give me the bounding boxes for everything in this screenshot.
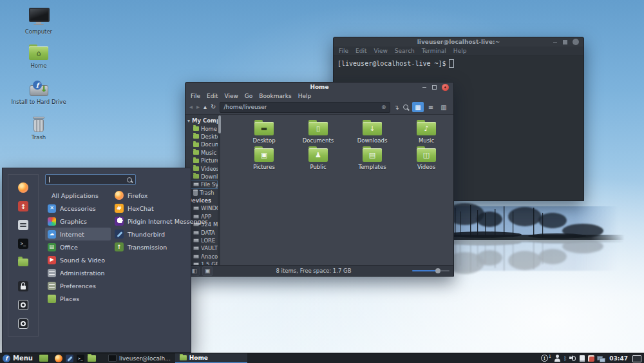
folder-item-pictures[interactable]: ▣Pictures — [237, 146, 291, 173]
settings-gear-icon[interactable] — [18, 300, 28, 310]
category-office[interactable]: ▤Office — [45, 240, 111, 253]
firefox-launcher-icon[interactable] — [55, 355, 62, 362]
taskbar-task-terminal[interactable]: liveuser@localh... — [104, 353, 175, 363]
category-places[interactable]: Places — [45, 292, 111, 305]
folder-item-desktop[interactable]: ▬Desktop — [237, 120, 291, 146]
bluetooth-icon[interactable]: ᛒ — [564, 355, 567, 362]
clock[interactable]: 03:47 — [609, 355, 628, 362]
settings-icon[interactable] — [18, 220, 28, 230]
clear-path-icon[interactable]: ⊗ — [381, 104, 386, 110]
back-icon[interactable]: ◂ — [189, 104, 193, 110]
menu-item-view[interactable]: View — [225, 93, 238, 99]
notification-icon[interactable]: ! — [541, 355, 548, 362]
chevron-down-icon[interactable]: ▾ — [187, 118, 190, 124]
category-graphics[interactable]: Graphics — [45, 215, 111, 228]
category-all-applications[interactable]: All Applications — [45, 189, 111, 202]
menu-item-terminal[interactable]: Terminal — [422, 48, 446, 54]
maximize-icon[interactable] — [431, 84, 437, 90]
menu-button[interactable]: Menu — [13, 355, 33, 362]
maximize-icon[interactable] — [562, 39, 568, 45]
accessories-icon: ✕ — [48, 204, 56, 213]
shutdown-gear-icon[interactable] — [18, 319, 28, 329]
category-accessories[interactable]: ✕Accessories — [45, 202, 111, 215]
folder-item-videos[interactable]: ◫Videos — [399, 146, 453, 173]
zoom-slider[interactable] — [412, 268, 450, 274]
close-icon[interactable] — [442, 84, 449, 91]
minimize-icon[interactable] — [421, 84, 427, 90]
menu-item-help[interactable]: Help — [298, 93, 312, 99]
menu-item-edit[interactable]: Edit — [207, 93, 218, 99]
file-manager-launcher-icon[interactable] — [88, 355, 96, 362]
network-icon[interactable] — [597, 355, 605, 362]
desktop-icon-trash[interactable]: Trash — [13, 117, 64, 141]
app-item-thunderbird[interactable]: Thunderbird — [112, 228, 189, 240]
volume-icon[interactable] — [569, 355, 576, 362]
file-manager-titlebar[interactable]: Home — [185, 83, 453, 92]
folder-item-downloads[interactable]: ↓Downloads — [345, 120, 399, 146]
icon-view-button[interactable]: ▦ — [412, 102, 424, 112]
menu-item-help[interactable]: Help — [453, 48, 467, 54]
slider-knob[interactable] — [435, 268, 440, 273]
folder-item-templates[interactable]: ▤Templates — [345, 146, 399, 173]
clipboard-icon[interactable] — [580, 355, 585, 362]
menu-item-view[interactable]: View — [374, 48, 388, 54]
forward-icon[interactable]: ▸ — [196, 104, 200, 110]
file-manager-icon[interactable] — [18, 259, 28, 266]
app-item-transmission[interactable]: ↑Transmission — [112, 240, 189, 253]
scrollbar-thumb[interactable] — [218, 115, 221, 133]
compact-view-button[interactable]: ▥ — [438, 102, 450, 112]
up-icon[interactable]: ▴ — [204, 104, 207, 110]
firefox-icon[interactable] — [18, 182, 28, 193]
refresh-icon[interactable]: ↻ — [211, 104, 216, 110]
terminal-output[interactable]: [liveuser@localhost-live ~]$ — [334, 56, 583, 71]
folder-item-public[interactable]: ♟Public — [291, 146, 345, 173]
taskbar: f Menu >_ liveuser@localh... Home ! 1 ᛒ — [0, 353, 644, 363]
menu-item-bookmarks[interactable]: Bookmarks — [259, 93, 291, 99]
user-switcher-icon[interactable] — [554, 355, 561, 362]
desktop-pager[interactable] — [39, 354, 49, 362]
menu-item-search[interactable]: Search — [395, 48, 415, 54]
folder-item-documents[interactable]: ▯Documents — [291, 120, 345, 146]
sidebar-item-home[interactable]: Home — [185, 124, 218, 132]
folder-item-music[interactable]: ♪Music — [399, 120, 453, 146]
path-input[interactable]: /home/liveuser ⊗ — [220, 102, 390, 113]
sidebar-item-music[interactable]: Music — [185, 149, 218, 157]
search-icon[interactable] — [403, 104, 408, 110]
terminal-launcher-icon[interactable]: >_ — [77, 355, 84, 362]
sidebar-item-pictures[interactable]: Pictures — [185, 157, 218, 164]
terminal-titlebar[interactable]: liveuser@localhost-live:~ — [334, 37, 583, 46]
list-view-button[interactable]: ≡ — [425, 102, 437, 112]
desktop-icon-computer[interactable]: Computer — [13, 8, 64, 35]
desktop-icon-home[interactable]: ⌂ Home — [13, 46, 64, 69]
thunderbird-icon — [115, 230, 124, 239]
sidebar-item-documents[interactable]: Documents — [185, 141, 218, 148]
app-item-pidgin[interactable]: Pidgin Internet Messenger — [112, 215, 189, 228]
sidebar-item-desktop[interactable]: Desktop — [185, 133, 218, 141]
software-updates-icon[interactable]: ↕ — [18, 201, 28, 211]
close-icon[interactable] — [573, 39, 579, 45]
menu-item-file[interactable]: File — [191, 93, 200, 99]
minimize-icon[interactable] — [552, 39, 558, 45]
thunderbird-launcher-icon[interactable] — [66, 355, 73, 362]
app-item-firefox[interactable]: Firefox — [112, 189, 189, 202]
display-settings-icon[interactable] — [632, 355, 641, 362]
menu-item-file[interactable]: File — [339, 48, 348, 54]
category-preferences[interactable]: Preferences — [45, 279, 111, 292]
new-tab-icon[interactable]: ↴ — [394, 104, 399, 111]
sidebar-root[interactable]: ▾My Computer — [185, 117, 218, 124]
app-item-hexchat[interactable]: #HexChat — [112, 202, 189, 215]
fedora-menu-icon[interactable]: f — [3, 355, 10, 362]
menu-item-go[interactable]: Go — [245, 93, 252, 99]
category-administration[interactable]: Administration — [45, 266, 111, 279]
lock-screen-icon[interactable] — [18, 281, 28, 291]
sidebar-scrollbar[interactable] — [218, 115, 221, 265]
dual-pane-toggle-icon[interactable]: ▣ — [202, 266, 213, 276]
terminal-icon[interactable]: >_ — [18, 239, 28, 249]
menu-search-input[interactable] — [45, 174, 136, 185]
category-internet[interactable]: ☁Internet — [45, 228, 111, 240]
menu-item-edit[interactable]: Edit — [355, 48, 366, 54]
desktop-icon-install[interactable]: f↓ Install to Hard Drive — [13, 81, 64, 105]
category-sound-video[interactable]: ▶Sound & Video — [45, 253, 111, 266]
taskbar-task-home[interactable]: Home — [175, 353, 247, 363]
updates-tray-icon[interactable] — [588, 355, 594, 362]
